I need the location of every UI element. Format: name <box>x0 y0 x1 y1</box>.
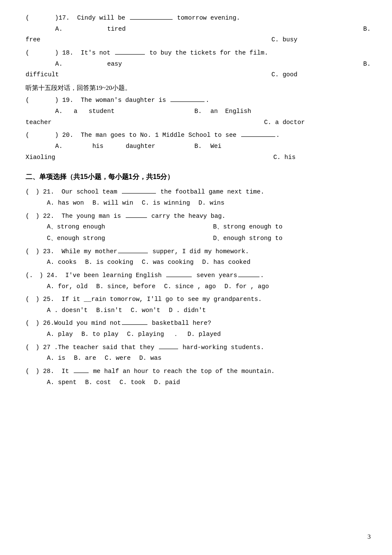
q21-optB: B. will win <box>92 198 133 208</box>
q18-line: ( ) 18. It's not to buy the tickets for … <box>26 48 371 58</box>
q17-line: ( )17. Cindy will be tomorrow evening. <box>26 13 371 23</box>
q27-optC: C. were <box>105 353 131 364</box>
q28-options: A. spent B. cost C. took D. paid <box>47 377 371 388</box>
q17-continuation: free C. busy <box>26 35 371 45</box>
page-content: ( )17. Cindy will be tomorrow evening. A… <box>26 13 371 387</box>
q28-text: ( ) 28. It me half an hour to reach the … <box>26 366 275 377</box>
q21-options: A. has won B. will win C. is winning D. … <box>47 198 371 208</box>
q28-optA: A. spent <box>47 377 77 388</box>
q19-optC: C. a doctor <box>198 117 371 128</box>
q22-optC: C、enough strong <box>47 233 205 244</box>
q18-optC: C. good <box>198 69 371 80</box>
q28-optD: D. paid <box>154 377 180 388</box>
q22-options: A、strong enough B、strong enough to C、eno… <box>47 222 371 243</box>
q17-optA: A. tired <box>26 24 198 35</box>
q23-optB: B. is cooking <box>85 257 133 268</box>
question-18: ( ) 18. It's not to buy the tickets for … <box>26 48 371 80</box>
q25-optC: C. won't <box>131 305 161 316</box>
q17-free: free <box>26 35 198 45</box>
q19-text: ( ) 19. The woman's daughter is . <box>26 95 209 106</box>
question-27: ( ) 27 .The teacher said that they hard-… <box>26 342 371 364</box>
q19-cont: teacher C. a doctor <box>26 117 371 128</box>
q20-text: ( ) 20. The man goes to No. 1 Middle Sch… <box>26 130 280 141</box>
q24-options: A. for, old B. since, before C. since , … <box>47 281 371 292</box>
q24-text: (. ) 24. I've been learning English seve… <box>26 270 264 281</box>
q22-optA: A、strong enough <box>47 222 205 232</box>
q17-paren: ( )17. Cindy will be tomorrow evening. <box>26 13 240 23</box>
q20-options: A. his daughter B. Wei <box>26 141 371 152</box>
q20-line: ( ) 20. The man goes to No. 1 Middle Sch… <box>26 130 371 141</box>
q17-optC: C. busy <box>198 35 371 45</box>
q19-optA: A. a student <box>26 106 186 117</box>
question-21: ( ) 21. Our school team the football gam… <box>26 187 371 208</box>
question-22: ( ) 22. The young man is carry the heavy… <box>26 211 371 244</box>
q28-optC: C. took <box>120 377 146 388</box>
q19-teacher: teacher <box>26 117 198 128</box>
q22-optB: B、strong enough to <box>213 222 371 232</box>
q20-optB-label: B. <box>186 141 210 152</box>
page-number: 3 <box>368 532 371 543</box>
q23-options: A. cooks B. is cooking C. was cooking D.… <box>47 257 371 268</box>
q24-optB: B. since, before <box>96 281 156 292</box>
q23-line: ( ) 23. While my mother supper, I did my… <box>26 246 371 257</box>
q18-cont: difficult C. good <box>26 69 371 80</box>
q24-optD: D. for , ago <box>225 281 269 292</box>
question-17: ( )17. Cindy will be tomorrow evening. A… <box>26 13 371 45</box>
q26-optD: D. played <box>187 329 221 340</box>
q25-optD: D . didn't <box>169 305 206 316</box>
q19-optB-text: an English <box>210 106 371 117</box>
section2-header: 二、单项选择（共15小题，每小题1分，共15分） <box>26 171 371 182</box>
q23-text: ( ) 23. While my mother supper, I did my… <box>26 246 249 257</box>
q25-text: ( ) 25. If it __rain tomorrow, I'll go t… <box>26 294 262 305</box>
q23-optD: D. has cooked <box>202 257 251 268</box>
q24-line: (. ) 24. I've been learning English seve… <box>26 270 371 281</box>
q26-line: ( ) 26.Would you mind not basketball her… <box>26 318 371 329</box>
q27-optD: D. was <box>139 353 161 364</box>
q18-optA: A. easy <box>26 59 198 69</box>
question-26: ( ) 26.Would you mind not basketball her… <box>26 318 371 339</box>
q20-xiaoling: Xiaoling <box>26 152 198 163</box>
question-19: ( ) 19. The woman's daughter is . A. a s… <box>26 95 371 127</box>
q26-text: ( ) 26.Would you mind not basketball her… <box>26 318 211 329</box>
q18-options: A. easy B. <box>26 59 371 69</box>
q26-dot: ． <box>173 329 179 340</box>
q24-optA: A. for, old <box>47 281 88 292</box>
q21-optD: D. wins <box>199 198 225 208</box>
q27-optB: B. are <box>74 353 96 364</box>
q18-text: ( ) 18. It's not to buy the tickets for … <box>26 48 268 58</box>
q17-options: A. tired B. <box>26 24 371 35</box>
q28-optB: B. cost <box>85 377 111 388</box>
q22-line: ( ) 22. The young man is carry the heavy… <box>26 211 371 222</box>
q20-optC: C. his <box>198 152 371 163</box>
instruction-15: 听第十五段对话，回答第19~20小题。 <box>26 83 371 94</box>
q28-line: ( ) 28. It me half an hour to reach the … <box>26 366 371 377</box>
question-23: ( ) 23. While my mother supper, I did my… <box>26 246 371 268</box>
q21-line: ( ) 21. Our school team the football gam… <box>26 187 371 197</box>
q20-optB-text: Wei <box>210 141 371 152</box>
question-25: ( ) 25. If it __rain tomorrow, I'll go t… <box>26 294 371 315</box>
q23-optA: A. cooks <box>47 257 77 268</box>
q27-options: A. is B. are C. were D. was <box>47 353 371 364</box>
q22-optD: D、enough strong to <box>213 233 371 244</box>
q26-optA: A. play <box>47 329 73 340</box>
q26-optB: B. to play <box>81 329 118 340</box>
q27-line: ( ) 27 .The teacher said that they hard-… <box>26 342 371 353</box>
q20-optA: A. his daughter <box>26 141 186 152</box>
q22-text: ( ) 22. The young man is carry the heavy… <box>26 211 225 222</box>
q19-optB-label: B. <box>186 106 210 117</box>
question-24: (. ) 24. I've been learning English seve… <box>26 270 371 292</box>
q18-optB-label: B. <box>198 59 371 69</box>
q27-text: ( ) 27 .The teacher said that they hard-… <box>26 342 264 353</box>
q24-optC: C. since , ago <box>164 281 216 292</box>
q19-line: ( ) 19. The woman's daughter is . <box>26 95 371 106</box>
q18-difficult: difficult <box>26 69 198 80</box>
q25-line: ( ) 25. If it __rain tomorrow, I'll go t… <box>26 294 371 305</box>
q17-optB-label: B. <box>198 24 371 35</box>
q23-optC: C. was cooking <box>142 257 194 268</box>
q25-options: A . doesn't B.isn't C. won't D . didn't <box>47 305 371 316</box>
q21-optA: A. has won <box>47 198 84 208</box>
q27-optA: A. is <box>47 353 66 364</box>
q20-cont: Xiaoling C. his <box>26 152 371 163</box>
q26-optC: C. playing <box>127 329 164 340</box>
q25-optA: A . doesn't <box>47 305 88 316</box>
